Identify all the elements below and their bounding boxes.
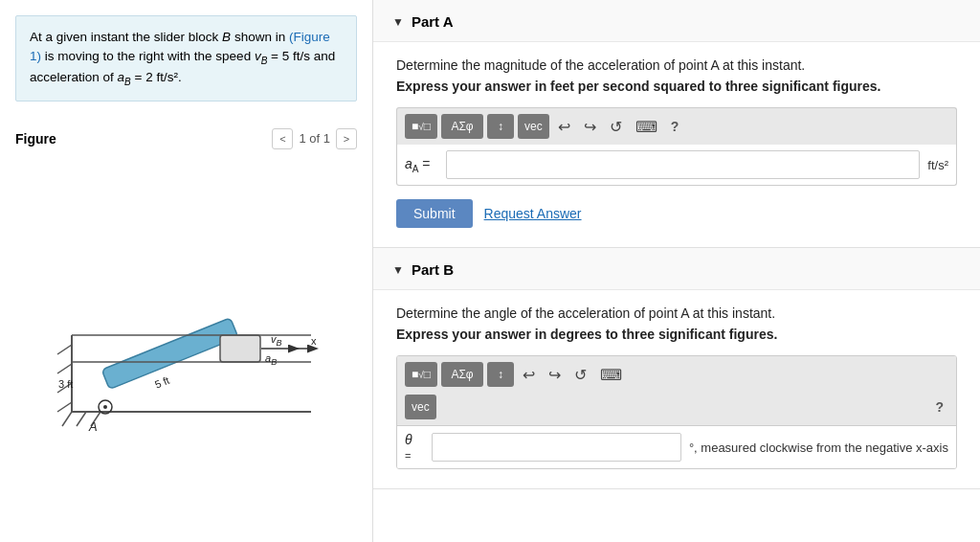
figure-label: Figure xyxy=(15,131,272,147)
part-b-description: Determine the angle of the acceleration … xyxy=(396,305,957,321)
part-a-updown-btn[interactable]: ↕ xyxy=(487,114,514,139)
part-b-title: Part B xyxy=(412,261,454,278)
part-b-template-btn[interactable]: ■√□ xyxy=(405,362,437,387)
svg-text:3 ft: 3 ft xyxy=(58,378,73,390)
figure-label-row: Figure < 1 of 1 > xyxy=(0,121,372,157)
part-b-vec-btn[interactable]: vec xyxy=(405,395,436,419)
part-b-undo-btn[interactable]: ↩ xyxy=(518,362,540,387)
svg-text:A: A xyxy=(88,419,98,434)
left-panel: At a given instant the slider block B sh… xyxy=(0,0,373,542)
part-a-undo-btn[interactable]: ↩ xyxy=(553,114,575,139)
figure-link[interactable]: (Figure 1) xyxy=(30,30,330,63)
part-b-theta-label: θ = xyxy=(405,432,424,463)
figure-prev-button[interactable]: < xyxy=(272,128,293,149)
part-a-header[interactable]: ▼ Part A xyxy=(373,0,980,42)
svg-text:x: x xyxy=(311,335,317,347)
part-a-answer-input[interactable] xyxy=(446,150,920,179)
svg-line-5 xyxy=(57,345,72,354)
part-a-vec-btn[interactable]: vec xyxy=(518,114,549,139)
part-a-section: ▼ Part A Determine the magnitude of the … xyxy=(373,0,980,248)
figure-next-button[interactable]: > xyxy=(336,128,357,149)
part-a-unit: ft/s² xyxy=(927,158,948,172)
svg-rect-12 xyxy=(101,318,238,390)
part-b-refresh-btn[interactable]: ↺ xyxy=(569,362,591,387)
figure-image-area: A B vB x aB 3 ft 5 ft xyxy=(0,157,372,542)
part-a-answer-row: aA = ft/s² xyxy=(396,145,957,186)
part-b-toolbar: ■√□ ΑΣφ ↕ ↩ ↪ ↺ ⌨ vec ? xyxy=(397,356,956,426)
svg-rect-16 xyxy=(220,335,260,362)
block-var: B xyxy=(222,30,231,44)
part-b-help-btn[interactable]: ? xyxy=(930,396,948,418)
part-a-description: Determine the magnitude of the accelerat… xyxy=(396,57,957,73)
figure-nav: < 1 of 1 > xyxy=(272,128,357,149)
part-b-header[interactable]: ▼ Part B xyxy=(373,248,980,290)
right-panel: ▼ Part A Determine the magnitude of the … xyxy=(373,0,980,542)
part-a-body: Determine the magnitude of the accelerat… xyxy=(373,42,980,247)
problem-description: At a given instant the slider block B sh… xyxy=(15,15,357,102)
part-a-submit-button[interactable]: Submit xyxy=(396,199,473,228)
svg-line-1 xyxy=(62,412,72,426)
part-b-keyboard-btn[interactable]: ⌨ xyxy=(595,362,627,387)
part-b-redo-btn[interactable]: ↪ xyxy=(544,362,566,387)
part-a-redo-btn[interactable]: ↪ xyxy=(579,114,601,139)
part-a-symbol-btn[interactable]: ΑΣφ xyxy=(441,114,483,139)
part-b-input-area: ■√□ ΑΣφ ↕ ↩ ↪ ↺ ⌨ vec ? xyxy=(396,355,957,469)
part-a-answer-label: aA = xyxy=(405,156,438,174)
part-b-updown-btn[interactable]: ↕ xyxy=(487,362,514,387)
part-b-theta-row: θ = °, measured clockwise from the negat… xyxy=(397,426,956,468)
part-b-symbol-btn[interactable]: ΑΣφ xyxy=(441,362,483,387)
svg-text:aB: aB xyxy=(265,352,277,367)
part-b-body: Determine the angle of the acceleration … xyxy=(373,290,980,488)
part-b-toolbar-row2: vec ? xyxy=(405,395,948,419)
part-b-theta-input[interactable] xyxy=(432,433,681,462)
figure-pagination: 1 of 1 xyxy=(299,131,330,146)
part-a-collapse-icon: ▼ xyxy=(392,15,404,29)
part-b-section: ▼ Part B Determine the angle of the acce… xyxy=(373,248,980,489)
part-b-theta-unit: °, measured clockwise from the negative … xyxy=(689,440,948,455)
svg-point-10 xyxy=(103,405,107,409)
part-a-refresh-btn[interactable]: ↺ xyxy=(605,114,627,139)
svg-line-8 xyxy=(57,402,72,412)
part-a-toolbar: ■√□ ΑΣφ ↕ vec ↩ ↪ ↺ ⌨ ? xyxy=(396,107,957,145)
svg-text:5 ft: 5 ft xyxy=(152,374,170,391)
part-a-action-row: Submit Request Answer xyxy=(396,199,957,228)
svg-line-2 xyxy=(77,412,86,426)
part-a-keyboard-btn[interactable]: ⌨ xyxy=(631,114,662,139)
part-a-request-answer-button[interactable]: Request Answer xyxy=(484,206,582,221)
figure-diagram: A B vB x aB 3 ft 5 ft xyxy=(33,239,340,450)
part-a-title: Part A xyxy=(412,13,454,30)
part-a-instruction: Express your answer in feet per second s… xyxy=(396,79,957,94)
part-b-collapse-icon: ▼ xyxy=(392,263,404,277)
part-a-help-btn[interactable]: ? xyxy=(666,116,684,137)
part-b-instruction: Express your answer in degrees to three … xyxy=(396,327,957,342)
part-a-template-btn[interactable]: ■√□ xyxy=(405,114,437,139)
svg-line-6 xyxy=(57,364,72,373)
